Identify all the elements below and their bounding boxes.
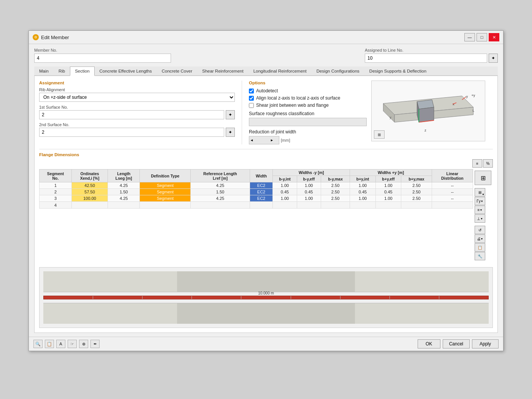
reduction-decrease-button[interactable]: ◄ xyxy=(249,138,254,142)
assigned-group: Assigned to Line No. ✦ xyxy=(365,48,498,63)
surface2-select-button[interactable]: ✦ xyxy=(226,128,235,137)
tab-main[interactable]: Main xyxy=(34,66,54,75)
refresh-button[interactable]: ↺ xyxy=(475,226,485,234)
chart-grid-cell xyxy=(439,296,488,299)
cell-bpymax-2: 2.50 xyxy=(401,189,432,195)
wrench-button[interactable]: 🔧 xyxy=(475,252,485,260)
surface-rough-input[interactable] xyxy=(249,118,367,126)
flange-table: SegmentNo. OrdinatesXend,i [%] LengthLse… xyxy=(39,169,473,209)
ok-button[interactable]: OK xyxy=(418,339,440,348)
toolbar-list-button[interactable]: ≡ ▼ xyxy=(475,206,485,214)
close-button[interactable]: ✕ xyxy=(489,33,499,41)
cell-bpyeff-1: 1.00 xyxy=(375,182,401,189)
print-button[interactable]: 🖨 ▼ xyxy=(475,234,485,243)
reduction-increase-button[interactable]: ► xyxy=(269,138,274,142)
cell-deftype-2[interactable]: Segment xyxy=(140,189,191,195)
tab-shear-reinforcement[interactable]: Shear Reinforcement xyxy=(197,66,249,75)
table-icon-button[interactable]: ⊞ xyxy=(475,171,491,185)
table-row: 3 100.00 4.25 Segment 4.25 EC2 1.00 1.00… xyxy=(40,195,473,202)
preview-svg: -y +y x L z y xyxy=(372,81,485,141)
tab-concrete-effective-lengths[interactable]: Concrete Effective Lengths xyxy=(95,66,157,75)
cell-no-1: 1 xyxy=(40,182,72,189)
cell-bpymax-3: 2.50 xyxy=(401,195,432,202)
cell-width-3[interactable]: EC2 xyxy=(250,195,273,202)
tab-longitudinal-reinforcement[interactable]: Longitudinal Reinforcement xyxy=(249,66,312,75)
cell-bpymax-1: 2.50 xyxy=(401,182,432,189)
rib-alignment-select[interactable]: On +z-side of surface xyxy=(39,93,235,102)
top-fields: Member No. Assigned to Line No. ✦ xyxy=(34,48,498,63)
search-icon-button[interactable]: 🔍 xyxy=(33,340,43,348)
table-scroll: SegmentNo. OrdinatesXend,i [%] LengthLse… xyxy=(39,169,473,264)
rib-alignment-row: Rib Alignment On +z-side of surface xyxy=(39,87,235,102)
align-checkbox[interactable] xyxy=(249,96,254,101)
cell-len-1: 4.25 xyxy=(108,182,140,189)
table-percent-button[interactable]: % xyxy=(483,159,493,168)
surface2-input[interactable] xyxy=(39,128,224,137)
chart-grid-cell xyxy=(142,296,192,299)
autodetect-row: Autodetect xyxy=(249,88,367,93)
shear-joint-label: Shear joint between web and flange xyxy=(256,103,329,108)
member-no-input[interactable] xyxy=(34,54,171,63)
rib-alignment-input-row: On +z-side of surface xyxy=(39,93,235,102)
cell-width-2[interactable]: EC2 xyxy=(250,189,273,195)
cell-ord-3[interactable]: 100.00 xyxy=(71,195,108,202)
table-lines-button[interactable]: ≡ xyxy=(472,159,482,168)
cell-bymax-3: 2.50 xyxy=(321,195,350,202)
assigned-select-button[interactable]: ✦ xyxy=(489,54,498,63)
tab-rib[interactable]: Rib xyxy=(54,66,70,75)
pointer-icon-button[interactable]: ☞ xyxy=(68,340,77,348)
cell-width-1[interactable]: EC2 xyxy=(250,182,273,189)
dialog-title: Edit Member xyxy=(41,35,69,40)
cell-ord-1[interactable]: 42.50 xyxy=(71,182,108,189)
table-toolbar: ≡ % xyxy=(39,159,493,168)
maximize-button[interactable]: □ xyxy=(477,33,487,41)
cell-byeff-1: 1.00 xyxy=(297,182,321,189)
tab-content: Assignment Rib Alignment On +z-side of s… xyxy=(34,76,498,333)
reduction-input[interactable] xyxy=(254,136,269,144)
svg-text:+y: +y xyxy=(472,93,475,97)
text-icon-button[interactable]: A xyxy=(56,340,65,348)
apply-button[interactable]: Apply xyxy=(472,339,499,348)
minimize-button[interactable]: — xyxy=(464,33,475,41)
cell-byint-3: 1.00 xyxy=(273,195,297,202)
cell-bpyint-1: 1.00 xyxy=(350,182,375,189)
cell-bpyeff-2: 0.45 xyxy=(375,189,401,195)
surface1-input[interactable] xyxy=(39,110,224,119)
cell-ord-2[interactable]: 57.50 xyxy=(71,189,108,195)
copy-icon-button[interactable]: ⊕ xyxy=(79,340,88,348)
member-no-group: Member No. xyxy=(34,48,361,63)
assigned-input[interactable] xyxy=(365,54,487,63)
svg-text:-y: -y xyxy=(465,95,468,98)
cell-reflen-1: 4.25 xyxy=(191,182,250,189)
shear-joint-row: Shear joint between web and flange xyxy=(249,103,367,108)
toolbar-group-2: ⊞ ▼ Γy ▼ ≡ ▼ ⊥ ▼ xyxy=(475,188,491,223)
toolbar-iy-button[interactable]: Γy ▼ xyxy=(475,197,485,205)
surface2-label: 2nd Surface No. xyxy=(39,122,235,127)
surface1-label: 1st Surface No. xyxy=(39,105,235,109)
tab-design-supports[interactable]: Design Supports & Deflection xyxy=(364,66,431,75)
toolbar-iz-button[interactable]: ⊥ ▼ xyxy=(475,214,485,223)
tab-section[interactable]: Section xyxy=(70,66,94,76)
cell-deftype-3[interactable]: Segment xyxy=(140,195,191,202)
shear-joint-checkbox[interactable] xyxy=(249,103,254,108)
tab-concrete-cover[interactable]: Concrete Cover xyxy=(157,66,197,75)
main-layout: Assignment Rib Alignment On +z-side of s… xyxy=(39,81,493,144)
cancel-button[interactable]: Cancel xyxy=(443,339,470,348)
table-icon-button-bottom[interactable]: 📋 xyxy=(45,340,54,348)
notes-button[interactable]: 📋 xyxy=(475,243,485,252)
tab-design-configurations[interactable]: Design Configurations xyxy=(312,66,364,75)
preview-icon[interactable]: ⊞ xyxy=(374,130,385,139)
th-by-eff: b-y,eff xyxy=(297,176,321,182)
grid-view-button[interactable]: ⊞ ▼ xyxy=(475,188,485,196)
tab-bar: Main Rib Section Concrete Effective Leng… xyxy=(34,66,498,76)
th-def-type: Definition Type xyxy=(140,169,191,182)
autodetect-checkbox[interactable] xyxy=(249,89,254,93)
autodetect-label: Autodetect xyxy=(256,88,278,93)
surface1-select-button[interactable]: ✦ xyxy=(226,110,235,119)
cell-bpyint-3: 1.00 xyxy=(350,195,375,202)
cell-deftype-1[interactable]: Segment xyxy=(140,182,191,189)
pen-icon-button[interactable]: ✒ xyxy=(90,340,100,348)
right-toolbar: ⊞ ⊞ ▼ Γy ▼ ≡ ▼ ⊥ xyxy=(473,169,493,264)
surface1-row: 1st Surface No. ✦ xyxy=(39,105,235,119)
cell-reflen-2: 1.50 xyxy=(191,189,250,195)
